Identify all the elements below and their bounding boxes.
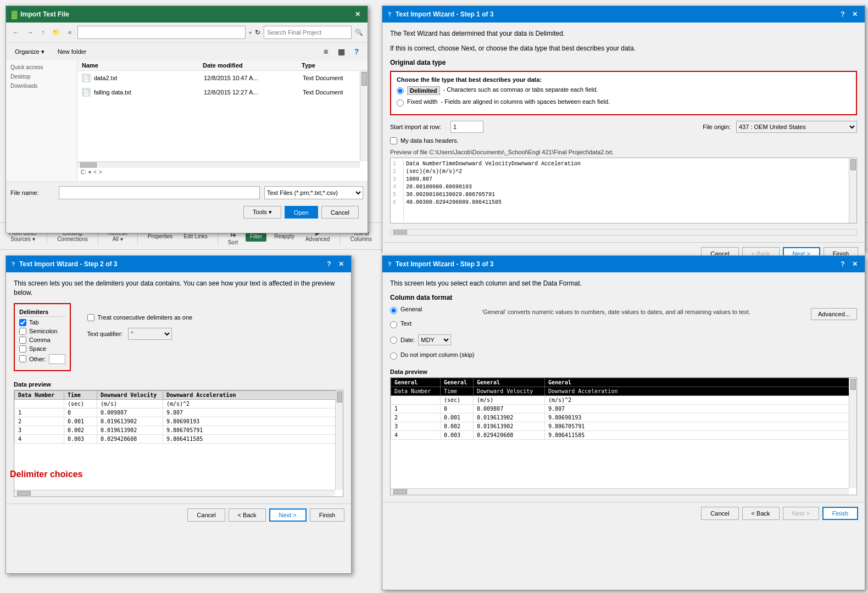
back-arrow-icon[interactable]: ← (10, 27, 21, 37)
file-name-input[interactable] (59, 186, 260, 199)
step3-back-btn[interactable]: < Back (229, 508, 266, 522)
step2-radio-fixed[interactable]: Fixed width - Fields are aligned in colu… (397, 98, 850, 107)
dropdown-arrow-icon[interactable]: ▾ (249, 30, 252, 36)
step4-gen-th-0[interactable]: General (391, 378, 441, 387)
space-choice[interactable]: Space (19, 345, 65, 353)
step2-title: Text Import Wizard - Step 1 of 3 (396, 10, 493, 18)
step2-h-scrollbar[interactable] (390, 229, 857, 236)
step4-cancel-btn[interactable]: Cancel (701, 507, 738, 520)
step4-advanced-btn[interactable]: Advanced... (811, 308, 857, 320)
col-type-header[interactable]: Type (302, 62, 363, 69)
step4-back-btn[interactable]: < Back (742, 507, 780, 520)
radio-fixed[interactable] (397, 99, 404, 107)
nav-downloads[interactable]: Downloads (8, 81, 75, 91)
comma-checkbox[interactable] (19, 337, 26, 344)
path-left-arrow[interactable]: < (93, 169, 97, 175)
other-checkbox[interactable] (19, 355, 26, 362)
semicolon-checkbox[interactable] (19, 328, 26, 335)
scrollbar-v[interactable] (360, 71, 368, 161)
file-origin-select[interactable]: 437 : OEM United States (736, 121, 857, 133)
refresh-icon[interactable]: ↻ (255, 29, 260, 36)
cancel-button-s1[interactable]: Cancel (321, 206, 359, 219)
fixed-label: Fixed width (407, 98, 438, 105)
step4-scrollbar-h[interactable] (391, 488, 849, 495)
tab-label: Tab (29, 319, 39, 326)
step4-radio-skip[interactable]: Do not import column (skip) (390, 351, 475, 360)
step3-help-icon[interactable]: ? (325, 260, 333, 268)
step3-next-btn[interactable]: Next > (269, 508, 307, 522)
semicolon-choice[interactable]: Semicolon (19, 328, 65, 335)
start-row-input[interactable] (450, 121, 483, 133)
step3-close-icon[interactable]: ✕ (337, 260, 346, 268)
step4-next-btn[interactable]: Next > (783, 507, 819, 520)
other-choice[interactable]: Other: (19, 354, 65, 364)
tab-checkbox[interactable] (19, 319, 26, 326)
other-label: Other: (29, 356, 46, 362)
preview-scrollbar-v[interactable] (849, 158, 856, 223)
step4-radio-text[interactable]: Text (390, 320, 475, 328)
step4-radio-general[interactable]: General (390, 306, 475, 314)
step4-radio-date[interactable]: Date: MDY (390, 334, 475, 345)
step4-intro: This screen lets you select each column … (390, 279, 857, 288)
step4-close-icon[interactable]: ✕ (850, 260, 859, 268)
step4-help-icon[interactable]: ? (838, 260, 847, 268)
up-arrow-icon[interactable]: ↑ (39, 27, 47, 37)
text-qualifier-select[interactable]: " (128, 328, 172, 340)
nav-quick-access[interactable]: Quick access (8, 63, 75, 72)
step4-scrollbar-v[interactable] (849, 378, 856, 488)
comma-choice[interactable]: Comma (19, 337, 65, 344)
step1-dialog: ▓ Import Text File ✕ ← → ↑ 📁 « ▾ ↻ 🔍 Org… (5, 5, 368, 233)
forward-arrow-icon[interactable]: → (25, 27, 36, 37)
space-checkbox[interactable] (19, 345, 26, 353)
step3-scrollbar-v[interactable] (335, 390, 343, 490)
step4-gen-th-1[interactable]: General (441, 378, 474, 387)
file-row-data2[interactable]: 📄 data2.txt 12/8/2015 10:47 A... Text Do… (77, 71, 368, 85)
step3-cancel-btn[interactable]: Cancel (187, 508, 225, 522)
other-input[interactable] (49, 354, 65, 364)
organize-button[interactable]: Organize ▾ (10, 46, 49, 58)
step4-gen-th-3[interactable]: General (545, 378, 856, 387)
col-date-header[interactable]: Date modified (203, 62, 302, 69)
toolbar-icons: ≡ ▦ ? (319, 45, 363, 58)
file-list-scroll[interactable]: 📄 data2.txt 12/8/2015 10:47 A... Text Do… (77, 71, 368, 161)
radio-skip[interactable] (390, 353, 397, 360)
consecutive-checkbox[interactable] (87, 314, 94, 321)
path-right-arrow[interactable]: > (99, 169, 102, 175)
scrollbar-h[interactable] (77, 161, 360, 168)
step2-help-icon[interactable]: ? (838, 10, 847, 19)
help-icon[interactable]: ? (350, 45, 363, 58)
tab-choice[interactable]: Tab (19, 319, 65, 326)
radio-general[interactable] (390, 307, 397, 314)
consecutive-label: Treat consecutive delimiters as one (98, 314, 193, 321)
step4-gen-th-2[interactable]: General (474, 378, 545, 387)
step2-preview-label: Preview of file C:\Users\Jacob\Documents… (390, 149, 857, 155)
address-bar[interactable] (77, 26, 246, 39)
file-row-falling[interactable]: 📄 falling data.txt 12/8/2015 12:27 A... … (77, 85, 368, 99)
step2-radio-delimited[interactable]: Delimited - Characters such as commas or… (397, 86, 850, 95)
general-label: General (400, 306, 422, 312)
step1-close-icon[interactable]: ✕ (353, 10, 362, 19)
preview-scrollbar-thumb (850, 159, 856, 170)
path-nav: C: ▾ < > (77, 168, 368, 176)
open-button[interactable]: Open (285, 206, 318, 219)
radio-date[interactable] (390, 337, 397, 344)
nav-desktop[interactable]: Desktop (8, 72, 75, 81)
date-format-select[interactable]: MDY (418, 334, 451, 345)
step4-help-icon-title: ? (388, 261, 391, 267)
tools-button[interactable]: Tools ▾ (243, 206, 281, 219)
step2-close-icon[interactable]: ✕ (850, 10, 859, 19)
headers-checkbox[interactable] (390, 137, 397, 144)
col-name-header[interactable]: Name (82, 62, 203, 69)
step3-finish-btn[interactable]: Finish (310, 508, 344, 522)
view-tiles-icon[interactable]: ▦ (335, 45, 348, 58)
step4-finish-btn[interactable]: Finish (822, 507, 858, 520)
step4-preview-header-gen: General General General General (391, 378, 856, 387)
step3-scrollbar-h[interactable] (14, 490, 335, 496)
new-folder-button[interactable]: New folder (53, 46, 91, 57)
view-list-icon[interactable]: ≡ (319, 45, 332, 58)
radio-text[interactable] (390, 321, 397, 328)
step3-buttons: Cancel < Back Next > Finish (6, 504, 351, 526)
file-type-select[interactable]: Text Files (*.prn;*.txt;*.csv) (264, 186, 363, 199)
radio-delimited[interactable] (397, 87, 404, 94)
search-input[interactable] (264, 26, 352, 39)
